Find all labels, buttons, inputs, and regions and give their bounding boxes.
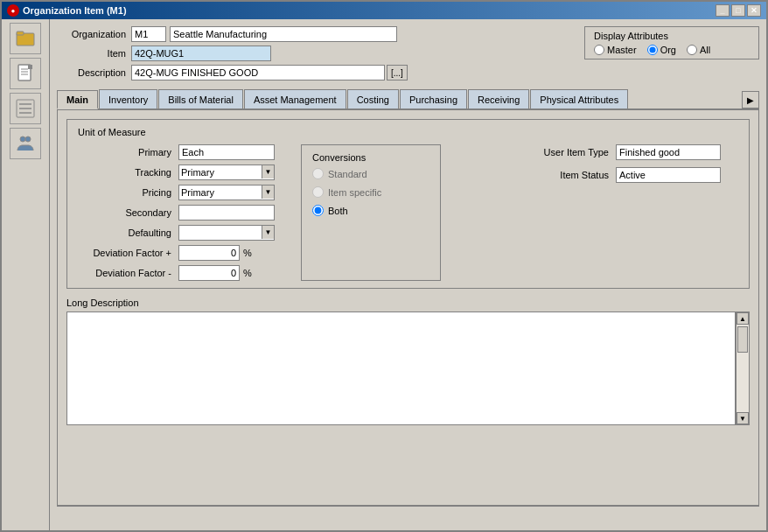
- svg-point-11: [20, 136, 25, 142]
- conversions-both-option[interactable]: Both: [312, 205, 429, 216]
- item-status-input[interactable]: [616, 167, 721, 183]
- conversions-box: Conversions Standard Item specific: [301, 144, 441, 281]
- main-window: ● Organization Item (M1) _ □ ✕: [0, 0, 768, 532]
- deviation-plus-pct: %: [243, 248, 252, 258]
- uom-primary-row: Primary: [78, 144, 275, 160]
- close-button[interactable]: ✕: [747, 4, 761, 17]
- uom-secondary-row: Secondary: [78, 205, 275, 220]
- uom-primary-input[interactable]: [178, 144, 275, 160]
- standard-radio[interactable]: [312, 168, 324, 179]
- all-radio[interactable]: [687, 45, 697, 55]
- scroll-down-button[interactable]: ▼: [737, 412, 749, 424]
- display-attrs-options: Master Org All: [594, 45, 750, 55]
- deviation-plus-input[interactable]: [178, 245, 240, 261]
- item-label: Item: [57, 48, 131, 59]
- deviation-plus-label: Deviation Factor +: [78, 248, 178, 258]
- tab-physical-attributes[interactable]: Physical Attributes: [530, 89, 628, 108]
- sidebar-folder-icon[interactable]: [10, 23, 41, 54]
- header-area: Organization Item Description [...]: [57, 26, 759, 84]
- all-label: All: [700, 45, 710, 55]
- uom-defaulting-label: Defaulting: [78, 228, 178, 238]
- sidebar-people-icon[interactable]: [10, 128, 41, 159]
- uom-tracking-select[interactable]: Primary: [178, 164, 275, 180]
- content-area: Organization Item Description [...]: [50, 19, 766, 530]
- scroll-track: [737, 325, 749, 412]
- org-label: Organization: [57, 29, 131, 39]
- conversions-item-specific-option[interactable]: Item specific: [312, 186, 429, 198]
- window-controls: _ □ ✕: [716, 4, 761, 17]
- desc-row: Description [...]: [57, 65, 576, 80]
- deviation-minus-label: Deviation Factor -: [78, 268, 178, 278]
- sidebar-list-icon[interactable]: [10, 93, 41, 124]
- user-item-type-row: User Item Type: [520, 144, 738, 160]
- uom-pricing-label: Pricing: [78, 187, 178, 198]
- item-input[interactable]: [131, 46, 271, 61]
- display-attrs-panel: Display Attributes Master Org All: [584, 26, 759, 60]
- uom-section: Unit of Measure Primary Tracking: [66, 119, 750, 289]
- window-title: Organization Item (M1): [23, 5, 127, 16]
- uom-title: Unit of Measure: [78, 127, 738, 137]
- uom-defaulting-select[interactable]: [178, 225, 275, 241]
- tab-receiving[interactable]: Receiving: [468, 89, 529, 108]
- main-layout: Organization Item Description [...]: [2, 19, 766, 530]
- maximize-button[interactable]: □: [731, 4, 745, 17]
- uom-fields: Primary Tracking Primary ▼: [78, 144, 275, 281]
- scroll-up-button[interactable]: ▲: [737, 312, 749, 325]
- org-name-input[interactable]: [170, 26, 397, 42]
- tab-asset-management[interactable]: Asset Management: [244, 89, 346, 108]
- org-row: Organization: [57, 26, 576, 42]
- conversions-title: Conversions: [312, 152, 429, 163]
- display-master-option[interactable]: Master: [594, 45, 637, 55]
- svg-rect-6: [28, 65, 32, 69]
- svg-point-12: [25, 136, 31, 142]
- item-type-area: User Item Type Item Status: [520, 144, 738, 281]
- desc-label: Description: [57, 67, 131, 78]
- tab-costing[interactable]: Costing: [347, 89, 399, 108]
- tab-purchasing[interactable]: Purchasing: [400, 89, 467, 108]
- deviation-minus-pct: %: [243, 268, 252, 278]
- conversions-standard-option[interactable]: Standard: [312, 168, 429, 179]
- both-label: Both: [328, 206, 348, 216]
- display-all-option[interactable]: All: [687, 45, 710, 55]
- both-radio[interactable]: [312, 205, 324, 216]
- uom-secondary-label: Secondary: [78, 207, 178, 218]
- tab-bills-of-material[interactable]: Bills of Material: [158, 89, 243, 108]
- item-status-row: Item Status: [520, 167, 738, 183]
- uom-deviation-plus-row: Deviation Factor + %: [78, 245, 275, 261]
- uom-secondary-input[interactable]: [178, 205, 275, 220]
- title-bar: ● Organization Item (M1) _ □ ✕: [2, 2, 766, 19]
- scroll-thumb: [737, 326, 748, 353]
- item-specific-label: Item specific: [328, 187, 381, 198]
- tab-main[interactable]: Main: [57, 90, 98, 109]
- org-code-input[interactable]: [131, 26, 166, 42]
- org-radio[interactable]: [647, 45, 658, 55]
- desc-input[interactable]: [131, 65, 385, 80]
- title-bar-left: ● Organization Item (M1): [7, 4, 127, 17]
- deviation-minus-input[interactable]: [178, 265, 240, 281]
- display-org-option[interactable]: Org: [647, 45, 676, 55]
- long-desc-scrollbar: ▲ ▼: [736, 312, 750, 425]
- item-row: Item: [57, 46, 576, 61]
- uom-section-content: Primary Tracking Primary ▼: [78, 144, 738, 281]
- tab-inventory[interactable]: Inventory: [99, 89, 157, 108]
- long-desc-section: Long Description ▲ ▼: [66, 298, 750, 427]
- long-desc-textarea[interactable]: [66, 312, 736, 425]
- uom-tracking-label: Tracking: [78, 167, 178, 178]
- item-specific-radio[interactable]: [312, 186, 324, 198]
- header-fields: Organization Item Description [...]: [57, 26, 576, 84]
- uom-tracking-wrapper: Primary ▼: [178, 164, 275, 180]
- bottom-bar: [57, 506, 759, 523]
- uom-pricing-wrapper: Primary ▼: [178, 185, 275, 200]
- user-item-type-input[interactable]: [616, 144, 721, 160]
- main-tab-content: Unit of Measure Primary Tracking: [57, 110, 759, 506]
- master-radio[interactable]: [594, 45, 604, 55]
- sidebar-document-icon[interactable]: [10, 58, 41, 89]
- desc-ellipsis-button[interactable]: [...]: [387, 65, 408, 80]
- tab-scroll-button[interactable]: ▶: [742, 91, 759, 108]
- minimize-button[interactable]: _: [716, 4, 730, 17]
- svg-rect-1: [17, 32, 24, 35]
- uom-defaulting-row: Defaulting ▼: [78, 225, 275, 241]
- uom-defaulting-wrapper: ▼: [178, 225, 275, 241]
- display-attrs-title: Display Attributes: [594, 31, 750, 41]
- uom-pricing-select[interactable]: Primary: [178, 185, 275, 200]
